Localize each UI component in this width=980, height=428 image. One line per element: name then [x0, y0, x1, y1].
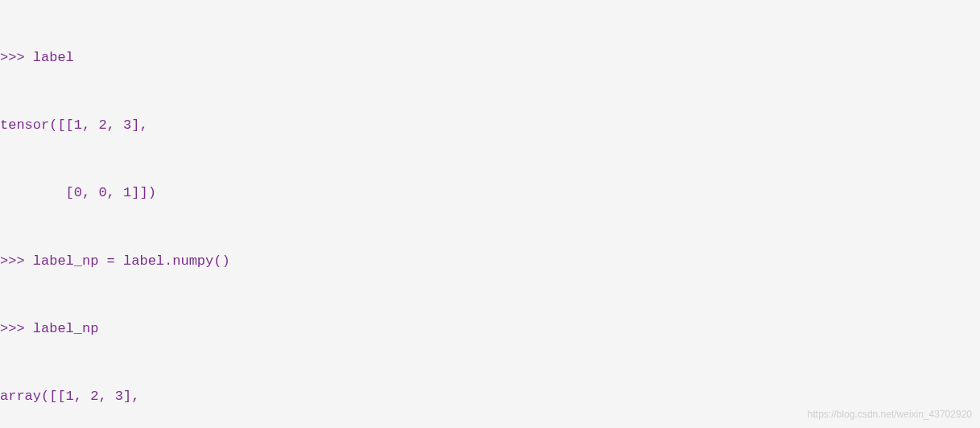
- code-line: array([[1, 2, 3],: [0, 385, 980, 408]
- terminal-output: >>> label tensor([[1, 2, 3], [0, 0, 1]])…: [0, 2, 980, 428]
- code-line: >>> label_np: [0, 318, 980, 340]
- code-line: >>> label_np = label.numpy(): [0, 250, 980, 273]
- watermark-text: https://blog.csdn.net/weixin_43702920: [808, 407, 972, 423]
- code-line: tensor([[1, 2, 3],: [0, 114, 980, 137]
- code-line: [0, 0, 1]]): [0, 182, 980, 204]
- code-line: >>> label: [0, 47, 980, 69]
